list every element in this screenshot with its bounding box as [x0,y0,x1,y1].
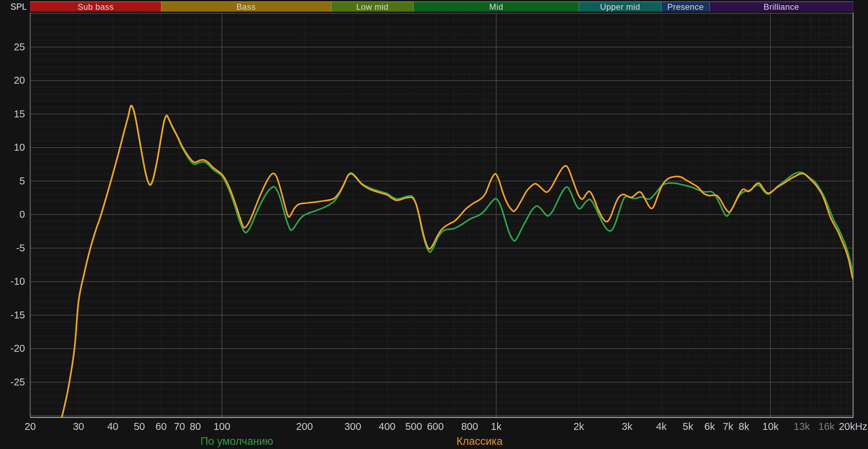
x-tick-label-20khz: 20kHz [839,421,867,432]
y-tick-label: -25 [2,376,25,388]
x-tick-label-70: 70 [174,421,185,432]
x-tick-label-20: 20 [25,421,36,432]
y-tick-label: 25 [2,41,25,52]
y-tick-label: -15 [2,309,25,321]
y-tick-label: 5 [2,175,25,186]
x-tick-label-80: 80 [190,421,201,432]
x-tick-label-600: 600 [427,421,444,432]
x-tick-label-10k: 10k [762,421,779,432]
x-tick-label-4k: 4k [656,421,667,432]
x-tick-label-16k: 16k [818,421,835,432]
legend-item-по-умолчанию[interactable]: По умолчанию [200,435,273,448]
y-tick-label: 20 [2,75,25,86]
x-tick-label-100: 100 [214,421,230,432]
y-tick-label: -20 [2,343,25,354]
x-tick-label-40: 40 [107,421,118,432]
x-tick-label-2k: 2k [574,421,584,432]
equalizer-frequency-response-panel: SPL Sub bassBassLow midMidUpper midPrese… [0,0,868,449]
x-tick-label-400: 400 [379,421,395,432]
y-tick-label: 15 [2,108,25,119]
legend-item-классика[interactable]: Классика [456,435,502,448]
y-tick-label: 0 [2,209,25,220]
x-tick-label-50: 50 [134,421,145,432]
x-tick-label-5k: 5k [683,421,693,432]
x-tick-label-6k: 6k [704,421,715,432]
x-tick-label-300: 300 [344,421,361,432]
x-tick-label-30: 30 [73,421,84,432]
x-tick-label-7k: 7k [723,421,733,432]
x-tick-label-60: 60 [156,421,167,432]
y-tick-label: -10 [2,276,25,287]
frequency-response-chart [0,0,868,449]
x-tick-label-1k: 1k [491,421,502,432]
y-tick-label: -5 [2,242,25,253]
x-tick-label-13k: 13k [794,421,810,432]
x-tick-label-800: 800 [461,421,478,432]
y-tick-label: 10 [2,142,25,153]
x-tick-label-3k: 3k [622,421,633,432]
x-tick-label-500: 500 [405,421,422,432]
x-tick-label-8k: 8k [738,421,749,432]
x-tick-label-200: 200 [296,421,313,432]
